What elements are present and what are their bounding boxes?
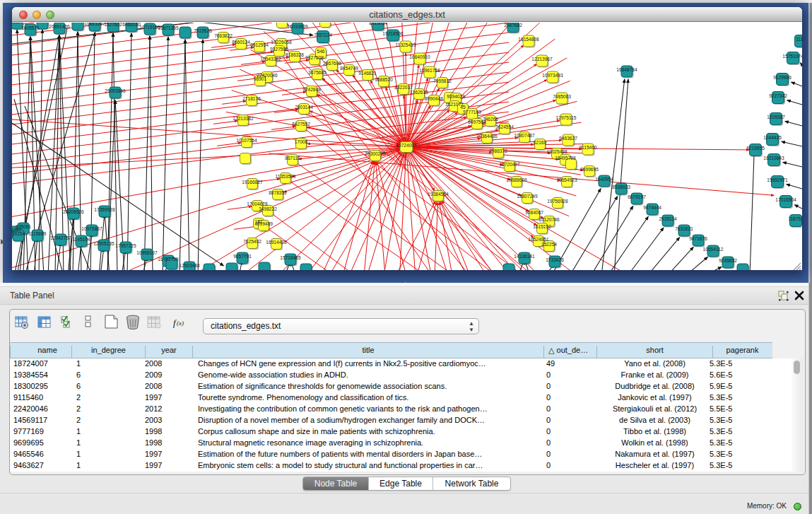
svg-text:546: 546 bbox=[317, 49, 324, 54]
svg-text:16961758: 16961758 bbox=[419, 68, 440, 73]
svg-text:20206526: 20206526 bbox=[63, 209, 84, 214]
svg-text:9146821: 9146821 bbox=[358, 71, 377, 76]
svg-text:10025438: 10025438 bbox=[546, 149, 567, 154]
svg-text:17957225: 17957225 bbox=[115, 243, 136, 248]
svg-text:15720407: 15720407 bbox=[499, 162, 520, 167]
svg-text:16524851: 16524851 bbox=[528, 237, 549, 242]
svg-text:9245652: 9245652 bbox=[719, 258, 737, 263]
svg-text:8878352: 8878352 bbox=[269, 190, 287, 195]
svg-text:1117: 1117 bbox=[796, 37, 802, 42]
svg-text:1640954: 1640954 bbox=[595, 177, 613, 182]
svg-text:16671355: 16671355 bbox=[158, 25, 179, 30]
svg-text:3675685: 3675685 bbox=[308, 70, 326, 75]
svg-text:8938923: 8938923 bbox=[612, 185, 630, 189]
svg-text:9777169: 9777169 bbox=[463, 110, 481, 115]
svg-text:8813054: 8813054 bbox=[369, 23, 387, 25]
svg-text:98901: 98901 bbox=[254, 76, 267, 81]
svg-text:1145194: 1145194 bbox=[72, 237, 90, 242]
svg-text:17006: 17006 bbox=[295, 139, 308, 144]
svg-text:8912954: 8912954 bbox=[250, 42, 269, 47]
svg-text:1733426: 1733426 bbox=[546, 257, 564, 262]
svg-text:15692971: 15692971 bbox=[767, 177, 788, 182]
svg-text:19218506: 19218506 bbox=[382, 31, 404, 36]
svg-text:867110: 867110 bbox=[285, 156, 300, 160]
svg-text:9471676: 9471676 bbox=[689, 236, 707, 241]
svg-text:15716485: 15716485 bbox=[280, 255, 301, 260]
svg-text:12213382: 12213382 bbox=[233, 116, 254, 121]
svg-text:29053846: 29053846 bbox=[105, 88, 126, 93]
svg-text:16120746: 16120746 bbox=[539, 217, 560, 222]
svg-text:9084067: 9084067 bbox=[525, 210, 543, 215]
svg-text:20691406: 20691406 bbox=[49, 24, 70, 29]
svg-text:9474444: 9474444 bbox=[643, 205, 661, 210]
svg-text:14136141: 14136141 bbox=[514, 254, 535, 259]
svg-text:7357224: 7357224 bbox=[314, 33, 332, 37]
svg-text:19166827: 19166827 bbox=[242, 180, 263, 185]
svg-text:10688609: 10688609 bbox=[506, 177, 527, 182]
svg-text:10107554: 10107554 bbox=[236, 138, 257, 143]
svg-text:16495798: 16495798 bbox=[555, 156, 576, 160]
svg-text:10654112: 10654112 bbox=[703, 247, 724, 252]
svg-text:6679197: 6679197 bbox=[628, 194, 646, 199]
svg-text:2867608: 2867608 bbox=[323, 61, 341, 66]
svg-text:8660124: 8660124 bbox=[232, 40, 250, 45]
svg-text:(x): (x) bbox=[177, 320, 184, 327]
svg-text:10958107: 10958107 bbox=[136, 250, 158, 255]
svg-text:6466160: 6466160 bbox=[122, 23, 141, 27]
svg-text:10975867: 10975867 bbox=[81, 226, 102, 231]
svg-text:12942757: 12942757 bbox=[50, 235, 71, 240]
svg-text:7663822: 7663822 bbox=[214, 33, 233, 38]
svg-text:835061: 835061 bbox=[16, 224, 31, 229]
svg-text:116753: 116753 bbox=[788, 216, 802, 221]
svg-text:8427552: 8427552 bbox=[292, 122, 310, 127]
svg-text:7485063: 7485063 bbox=[553, 94, 571, 99]
svg-text:2718176: 2718176 bbox=[242, 96, 261, 101]
svg-text:62160: 62160 bbox=[534, 140, 547, 145]
svg-text:8215955: 8215955 bbox=[746, 146, 765, 151]
svg-text:9657791: 9657791 bbox=[233, 254, 252, 259]
svg-text:1115689: 1115689 bbox=[29, 231, 47, 236]
svg-text:9242848: 9242848 bbox=[302, 87, 321, 92]
svg-text:7625402: 7625402 bbox=[243, 239, 261, 244]
svg-text:16154808: 16154808 bbox=[518, 37, 539, 42]
svg-text:12923448: 12923448 bbox=[179, 263, 200, 268]
svg-text:2803144: 2803144 bbox=[295, 105, 313, 110]
svg-text:45: 45 bbox=[460, 105, 466, 110]
svg-text:9327508: 9327508 bbox=[305, 55, 324, 60]
svg-text:10853267: 10853267 bbox=[84, 23, 105, 26]
svg-text:12505135: 12505135 bbox=[93, 241, 114, 246]
svg-text:2935114: 2935114 bbox=[659, 216, 677, 221]
svg-text:1813074: 1813074 bbox=[12, 23, 26, 24]
svg-text:1527602: 1527602 bbox=[104, 23, 122, 27]
svg-text:18807249: 18807249 bbox=[517, 194, 538, 199]
svg-text:16640910: 16640910 bbox=[409, 54, 430, 59]
svg-text:19654923: 19654923 bbox=[556, 177, 577, 182]
svg-text:17016504: 17016504 bbox=[775, 197, 796, 202]
svg-text:16914479: 16914479 bbox=[266, 240, 287, 245]
svg-text:11353594: 11353594 bbox=[276, 174, 296, 179]
svg-text:3498222: 3498222 bbox=[259, 206, 277, 211]
svg-text:9129966: 9129966 bbox=[773, 75, 792, 80]
svg-text:19756928: 19756928 bbox=[547, 199, 568, 204]
svg-text:746266: 746266 bbox=[483, 117, 498, 122]
svg-text:16210643: 16210643 bbox=[763, 156, 784, 160]
svg-text:17359928: 17359928 bbox=[94, 207, 115, 212]
svg-text:16782759: 16782759 bbox=[158, 257, 179, 262]
svg-text:7986372: 7986372 bbox=[489, 148, 507, 153]
svg-text:20364436: 20364436 bbox=[476, 134, 498, 139]
svg-text:16033809: 16033809 bbox=[287, 24, 308, 29]
svg-text:19384554: 19384554 bbox=[428, 192, 449, 197]
svg-text:1588520: 1588520 bbox=[375, 77, 393, 82]
svg-text:10807487: 10807487 bbox=[514, 133, 535, 138]
svg-text:3624554: 3624554 bbox=[495, 124, 514, 129]
svg-text:9327505: 9327505 bbox=[270, 47, 288, 52]
svg-text:12975115: 12975115 bbox=[556, 115, 577, 120]
svg-text:8322037: 8322037 bbox=[394, 85, 413, 90]
svg-text:10973493: 10973493 bbox=[542, 73, 563, 78]
svg-text:7632621: 7632621 bbox=[675, 226, 693, 231]
svg-text:7515526: 7515526 bbox=[194, 28, 212, 33]
svg-text:9115460: 9115460 bbox=[579, 145, 597, 150]
svg-text:8990448: 8990448 bbox=[425, 96, 443, 101]
svg-text:1244415: 1244415 bbox=[763, 135, 782, 140]
svg-text:12213967: 12213967 bbox=[531, 57, 553, 62]
